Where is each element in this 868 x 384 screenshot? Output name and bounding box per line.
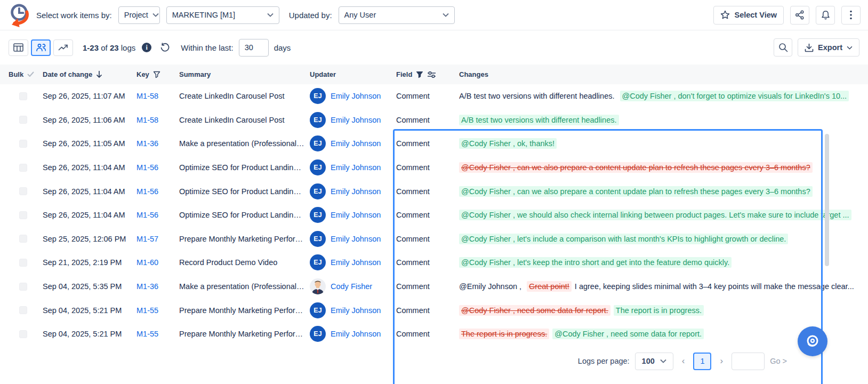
vertical-scrollbar[interactable] xyxy=(825,134,829,266)
work-item-key-link[interactable]: M1-56 xyxy=(136,211,158,219)
date-of-change: Sep 04, 2025, 5:35 PM xyxy=(43,282,136,291)
work-item-key-link[interactable]: M1-36 xyxy=(136,282,158,291)
summary-cell: Prepare Monthly Marketing Perform... xyxy=(179,330,310,338)
updater-name-link[interactable]: Emily Johnson xyxy=(331,187,381,196)
logs-count-unit: logs xyxy=(121,43,136,52)
row-checkbox[interactable] xyxy=(19,187,27,195)
key-cell: M1-56 xyxy=(136,211,179,219)
updater-name-link[interactable]: Emily Johnson xyxy=(331,306,381,315)
select-by-dropdown[interactable]: Project xyxy=(118,6,160,24)
table-view-button[interactable] xyxy=(9,39,28,56)
sort-descending-icon xyxy=(96,70,102,78)
logs-count-range: 1-23 xyxy=(83,43,99,52)
updater-name-link[interactable]: Emily Johnson xyxy=(331,258,381,267)
bulk-cell xyxy=(9,211,43,219)
updater-cell: EJEmily Johnson xyxy=(310,88,396,104)
next-page-button[interactable]: › xyxy=(717,356,726,366)
logs-count-total: 23 xyxy=(110,43,119,52)
row-checkbox[interactable] xyxy=(19,92,27,100)
work-item-key-link[interactable]: M1-55 xyxy=(136,330,158,338)
work-item-key-link[interactable]: M1-56 xyxy=(136,163,158,172)
row-checkbox[interactable] xyxy=(19,330,27,338)
bulk-cell xyxy=(9,259,43,267)
change-segment-added: The report is in progress. xyxy=(614,305,704,316)
column-settings-icon[interactable] xyxy=(427,71,436,78)
work-item-key-link[interactable]: M1-57 xyxy=(136,235,158,243)
row-checkbox[interactable] xyxy=(19,306,27,314)
select-view-label: Select View xyxy=(734,11,777,19)
updater-name-link[interactable]: Emily Johnson xyxy=(331,139,381,148)
chart-view-button[interactable] xyxy=(53,39,73,56)
updater-name-link[interactable]: Cody Fisher xyxy=(331,282,372,291)
updater-cell: EJEmily Johnson xyxy=(310,135,396,151)
summary-cell: Record Product Demo Video xyxy=(179,258,310,267)
select-view-button[interactable]: Select View xyxy=(713,6,784,25)
table-row: Sep 04, 2025, 5:21 PMM1-55Prepare Monthl… xyxy=(0,322,868,346)
col-header-summary[interactable]: Summary xyxy=(179,70,310,78)
current-page-button[interactable]: 1 xyxy=(693,353,711,370)
summary-cell: Create LinkedIn Carousel Post xyxy=(179,92,310,100)
changes-cell: @Cody Fisher , let's include a compariso… xyxy=(459,234,868,244)
chevron-down-icon xyxy=(267,13,274,17)
more-menu-button[interactable] xyxy=(841,6,861,25)
updated-by-dropdown[interactable]: Any User xyxy=(339,6,455,24)
row-checkbox[interactable] xyxy=(19,211,27,219)
avatar: EJ xyxy=(310,254,326,270)
filter-funnel-filled-icon xyxy=(416,71,423,78)
search-button[interactable] xyxy=(774,38,792,57)
work-item-key-link[interactable]: M1-60 xyxy=(136,258,158,267)
project-dropdown[interactable]: MARKETING [M1] xyxy=(166,6,279,24)
col-header-key[interactable]: Key xyxy=(136,70,179,78)
bulk-cell xyxy=(9,140,43,148)
days-input[interactable] xyxy=(239,39,269,57)
row-checkbox[interactable] xyxy=(19,116,27,124)
field-cell: Comment xyxy=(396,330,459,338)
updater-name-link[interactable]: Emily Johnson xyxy=(331,330,381,338)
change-segment-added: A/B test two versions with different hea… xyxy=(459,115,619,125)
col-header-updater[interactable]: Updater xyxy=(310,70,396,78)
updater-name-link[interactable]: Emily Johnson xyxy=(331,235,381,243)
key-cell: M1-58 xyxy=(136,92,179,100)
row-checkbox[interactable] xyxy=(19,283,27,291)
row-checkbox[interactable] xyxy=(19,235,27,243)
support-widget-button[interactable] xyxy=(798,326,827,356)
work-item-key-link[interactable]: M1-36 xyxy=(136,139,158,148)
export-button[interactable]: Export xyxy=(798,38,859,57)
work-item-key-link[interactable]: M1-55 xyxy=(136,306,158,315)
col-header-bulk[interactable]: Bulk xyxy=(9,70,43,78)
table-row: Sep 26, 2025, 11:06 AMM1-58Create Linked… xyxy=(0,108,868,132)
date-of-change: Sep 04, 2025, 5:21 PM xyxy=(43,330,136,338)
updater-name-link[interactable]: Emily Johnson xyxy=(331,116,381,124)
row-checkbox[interactable] xyxy=(19,140,27,148)
change-segment-removed: @Cody Fisher , can we also prepare a con… xyxy=(459,162,813,173)
col-header-changes[interactable]: Changes xyxy=(459,70,868,78)
info-icon[interactable]: i xyxy=(142,43,151,52)
updater-name-link[interactable]: Emily Johnson xyxy=(331,163,381,172)
avatar xyxy=(310,278,326,294)
refresh-icon[interactable] xyxy=(160,43,170,53)
notifications-button[interactable] xyxy=(816,6,835,25)
people-view-button[interactable] xyxy=(31,39,51,56)
share-button[interactable] xyxy=(790,6,809,25)
field-cell: Comment xyxy=(396,163,459,172)
page-jump-input[interactable] xyxy=(732,353,765,370)
col-header-date[interactable]: Date of change xyxy=(43,70,136,78)
avatar: EJ xyxy=(310,112,326,128)
col-header-field[interactable]: Field xyxy=(396,70,459,78)
changes-cell: A/B test two versions with different hea… xyxy=(459,91,868,101)
work-item-key-link[interactable]: M1-58 xyxy=(136,116,158,124)
work-item-key-link[interactable]: M1-58 xyxy=(136,92,158,100)
updater-name-link[interactable]: Emily Johnson xyxy=(331,92,381,100)
chat-widget-icon xyxy=(805,334,820,349)
page-size-dropdown[interactable]: 100 xyxy=(635,353,673,370)
avatar: EJ xyxy=(310,88,326,104)
previous-page-button[interactable]: ‹ xyxy=(679,356,688,366)
row-checkbox[interactable] xyxy=(19,164,27,172)
updater-cell: EJEmily Johnson xyxy=(310,254,396,270)
table-row: Sep 04, 2025, 5:21 PMM1-55Prepare Monthl… xyxy=(0,298,868,322)
work-item-key-link[interactable]: M1-56 xyxy=(136,187,158,196)
updater-name-link[interactable]: Emily Johnson xyxy=(331,211,381,219)
field-label: Field xyxy=(396,70,412,78)
row-checkbox[interactable] xyxy=(19,259,27,267)
go-to-page-button[interactable]: Go > xyxy=(770,357,787,365)
